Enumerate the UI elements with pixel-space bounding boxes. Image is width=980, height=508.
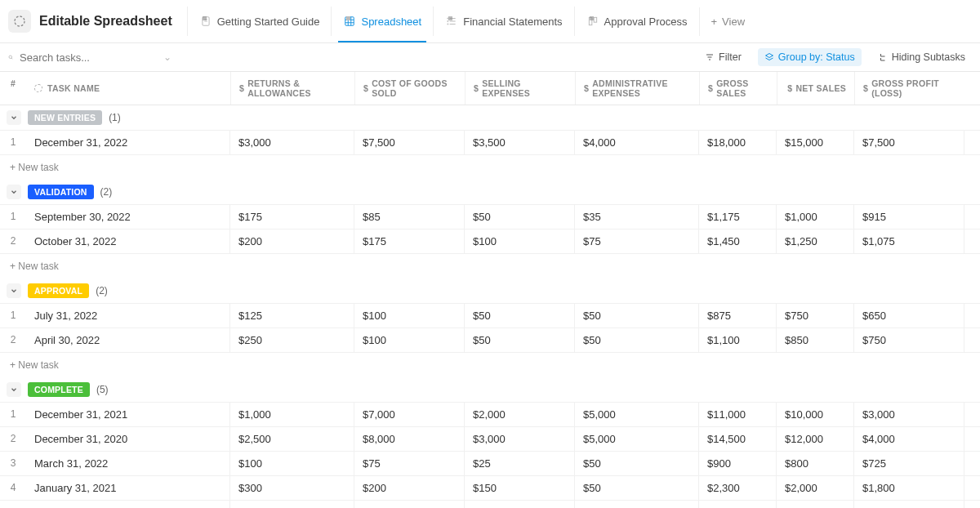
cell-net-sales[interactable]: $1,250 [777, 229, 854, 253]
cell-net-sales[interactable]: $250 [777, 501, 854, 508]
cell-gross-sales[interactable]: $900 [699, 452, 777, 475]
cell-admin[interactable]: $50 [575, 304, 699, 328]
cell-admin[interactable]: $35 [575, 205, 699, 229]
col-selling[interactable]: $SELLING EXPENSES [465, 72, 575, 105]
table-row[interactable]: 2 April 30, 2022 $250 $100 $50 $50 $1,10… [0, 328, 980, 353]
cell-returns[interactable]: $1,000 [230, 403, 354, 426]
cell-taskname[interactable]: March 31, 2021 [26, 501, 230, 508]
cell-selling[interactable]: $2,000 [465, 403, 575, 426]
cell-net-sales[interactable]: $12,000 [777, 427, 854, 451]
cell-gross-profit[interactable]: $3,000 [854, 403, 964, 426]
cell-gross-profit[interactable]: $915 [854, 205, 964, 229]
cell-admin[interactable]: $4,000 [575, 131, 699, 154]
cell-cogs[interactable]: $8,000 [354, 427, 465, 451]
cell-selling[interactable]: $50 [465, 304, 575, 328]
cell-selling[interactable]: $150 [465, 476, 575, 500]
table-row[interactable]: 1 September 30, 2022 $175 $85 $50 $35 $1… [0, 204, 980, 229]
cell-gross-sales[interactable]: $1,450 [699, 229, 777, 253]
cell-gross-sales[interactable]: $1,175 [699, 205, 777, 229]
status-badge[interactable]: NEW ENTRIES [28, 110, 102, 125]
collapse-button[interactable] [7, 382, 21, 397]
cell-taskname[interactable]: April 30, 2022 [26, 328, 230, 352]
cell-gross-sales[interactable]: $875 [699, 304, 777, 328]
hiding-subtasks-button[interactable]: Hiding Subtasks [871, 48, 972, 66]
cell-gross-sales[interactable]: $11,000 [699, 403, 777, 426]
tab-approval-process[interactable]: Approval Process [574, 7, 699, 36]
search-input[interactable] [20, 51, 157, 64]
cell-taskname[interactable]: January 31, 2021 [26, 476, 230, 500]
cell-net-sales[interactable]: $10,000 [777, 403, 854, 426]
cell-admin[interactable]: $50 [575, 452, 699, 475]
cell-selling[interactable]: $100 [465, 229, 575, 253]
col-returns[interactable]: $RETURNS & ALLOWANCES [230, 72, 354, 105]
cell-selling[interactable]: $50 [465, 328, 575, 352]
new-task-button[interactable]: + New task [0, 155, 980, 180]
cell-returns[interactable]: $250 [230, 328, 354, 352]
col-net-sales[interactable]: $NET SALES [777, 72, 854, 105]
cell-cogs[interactable]: $200 [354, 476, 465, 500]
cell-selling[interactable]: $3,000 [465, 427, 575, 451]
col-admin[interactable]: $ADMINISTRATIVE EXPENSES [575, 72, 699, 105]
cell-selling[interactable]: $25 [465, 452, 575, 475]
search-wrap[interactable]: ⌄ [8, 51, 172, 64]
cell-gross-sales[interactable]: $14,500 [699, 427, 777, 451]
cell-net-sales[interactable]: $750 [777, 304, 854, 328]
cell-selling[interactable]: $175 [465, 501, 575, 508]
cell-taskname[interactable]: December 31, 2020 [26, 427, 230, 451]
cell-taskname[interactable]: July 31, 2022 [26, 304, 230, 328]
cell-returns[interactable]: $125 [230, 304, 354, 328]
cell-returns[interactable]: $450 [230, 501, 354, 508]
cell-returns[interactable]: $175 [230, 205, 354, 229]
table-row[interactable]: 3 March 31, 2022 $100 $75 $25 $50 $900 $… [0, 452, 980, 476]
status-badge[interactable]: APPROVAL [28, 283, 89, 298]
cell-admin[interactable]: $50 [575, 328, 699, 352]
cell-net-sales[interactable]: $800 [777, 452, 854, 475]
cell-cogs[interactable]: $100 [354, 328, 465, 352]
cell-gross-sales[interactable]: $18,000 [699, 131, 777, 154]
table-row[interactable]: 2 October 31, 2022 $200 $175 $100 $75 $1… [0, 229, 980, 254]
col-cogs[interactable]: $COST OF GOODS SOLD [354, 72, 465, 105]
cell-gross-sales[interactable]: $1,100 [699, 328, 777, 352]
table-row[interactable]: 1 July 31, 2022 $125 $100 $50 $50 $875 $… [0, 303, 980, 328]
tab-financial-statements[interactable]: Financial Statements [433, 7, 573, 36]
table-row[interactable]: 1 December 31, 2021 $1,000 $7,000 $2,000… [0, 402, 980, 427]
cell-admin[interactable]: $75 [575, 229, 699, 253]
table-row[interactable]: 1 December 31, 2022 $3,000 $7,500 $3,500… [0, 130, 980, 155]
cell-gross-profit[interactable]: $1,800 [854, 476, 964, 500]
collapse-button[interactable] [7, 283, 21, 298]
cell-taskname[interactable]: September 30, 2022 [26, 205, 230, 229]
cell-net-sales[interactable]: $850 [777, 328, 854, 352]
cell-gross-profit[interactable]: $725 [854, 452, 964, 475]
cell-returns[interactable]: $300 [230, 476, 354, 500]
new-task-button[interactable]: + New task [0, 353, 980, 377]
cell-returns[interactable]: $100 [230, 452, 354, 475]
cell-net-sales[interactable]: $15,000 [777, 131, 854, 154]
cell-admin[interactable]: $5,000 [575, 427, 699, 451]
cell-returns[interactable]: $2,500 [230, 427, 354, 451]
cell-net-sales[interactable]: $2,000 [777, 476, 854, 500]
table-row[interactable]: 2 December 31, 2020 $2,500 $8,000 $3,000… [0, 427, 980, 452]
col-gross-sales[interactable]: $GROSS SALES [699, 72, 777, 105]
cell-cogs[interactable]: $7,000 [354, 403, 465, 426]
cell-gross-sales[interactable]: $2,300 [699, 476, 777, 500]
tab-spreadsheet[interactable]: Spreadsheet [331, 7, 433, 36]
cell-gross-profit[interactable]: $750 [854, 328, 964, 352]
new-task-button[interactable]: + New task [0, 254, 980, 279]
cell-taskname[interactable]: December 31, 2022 [26, 131, 230, 154]
add-view-button[interactable]: +View [699, 7, 757, 36]
cell-taskname[interactable]: October 31, 2022 [26, 229, 230, 253]
tab-getting-started-guide[interactable]: Getting Started Guide [187, 7, 332, 36]
status-badge[interactable]: VALIDATION [28, 185, 94, 199]
table-row[interactable]: 4 January 31, 2021 $300 $200 $150 $50 $2… [0, 476, 980, 501]
cell-gross-profit[interactable]: $1,075 [854, 229, 964, 253]
cell-cogs[interactable]: $175 [354, 229, 465, 253]
collapse-button[interactable] [7, 110, 21, 125]
group-by-button[interactable]: Group by: Status [758, 48, 862, 66]
chevron-down-icon[interactable]: ⌄ [163, 51, 172, 63]
cell-admin[interactable]: $5,000 [575, 403, 699, 426]
status-badge[interactable]: COMPLETE [28, 382, 90, 397]
filter-button[interactable]: Filter [698, 48, 748, 66]
cell-gross-profit[interactable]: $7,500 [854, 131, 964, 154]
cell-cogs[interactable]: $100 [354, 304, 465, 328]
cell-taskname[interactable]: December 31, 2021 [26, 403, 230, 426]
